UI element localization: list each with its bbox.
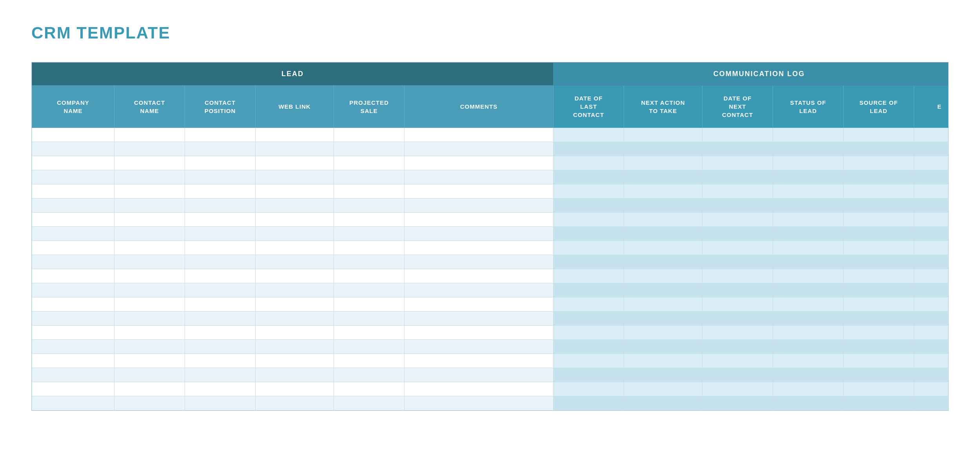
lead-cell[interactable] [405, 255, 554, 269]
comm-cell[interactable] [844, 340, 914, 354]
comm-cell[interactable] [624, 255, 702, 269]
comm-cell[interactable] [844, 241, 914, 255]
comm-cell[interactable] [624, 269, 702, 283]
lead-cell[interactable] [256, 269, 334, 283]
comm-cell[interactable] [702, 199, 773, 213]
comm-cell[interactable] [624, 396, 702, 410]
lead-cell[interactable] [32, 213, 114, 227]
comm-cell[interactable] [773, 326, 844, 340]
lead-cell[interactable] [32, 142, 114, 156]
lead-cell[interactable] [32, 227, 114, 241]
lead-cell[interactable] [185, 184, 256, 199]
comm-cell[interactable] [554, 297, 624, 312]
comm-cell[interactable] [624, 142, 702, 156]
lead-cell[interactable] [405, 227, 554, 241]
lead-cell[interactable] [185, 255, 256, 269]
lead-cell[interactable] [405, 340, 554, 354]
lead-cell[interactable] [185, 199, 256, 213]
lead-cell[interactable] [334, 368, 405, 382]
lead-cell[interactable] [334, 340, 405, 354]
comm-cell[interactable] [554, 312, 624, 326]
comm-cell[interactable] [773, 156, 844, 170]
comm-cell[interactable] [702, 184, 773, 199]
comm-cell[interactable] [624, 283, 702, 297]
lead-cell[interactable] [185, 142, 256, 156]
lead-cell[interactable] [114, 354, 185, 368]
comm-cell[interactable] [914, 297, 949, 312]
lead-cell[interactable] [114, 297, 185, 312]
lead-cell[interactable] [185, 312, 256, 326]
lead-cell[interactable] [405, 128, 554, 142]
lead-cell[interactable] [334, 312, 405, 326]
lead-cell[interactable] [32, 199, 114, 213]
comm-cell[interactable] [773, 199, 844, 213]
lead-cell[interactable] [256, 199, 334, 213]
lead-cell[interactable] [405, 170, 554, 184]
comm-cell[interactable] [914, 340, 949, 354]
lead-cell[interactable] [185, 170, 256, 184]
lead-cell[interactable] [32, 297, 114, 312]
comm-cell[interactable] [773, 241, 844, 255]
lead-cell[interactable] [185, 241, 256, 255]
lead-cell[interactable] [32, 354, 114, 368]
lead-cell[interactable] [185, 382, 256, 396]
lead-cell[interactable] [334, 199, 405, 213]
comm-cell[interactable] [702, 128, 773, 142]
lead-cell[interactable] [114, 184, 185, 199]
lead-cell[interactable] [32, 368, 114, 382]
lead-cell[interactable] [334, 213, 405, 227]
comm-cell[interactable] [554, 227, 624, 241]
lead-cell[interactable] [405, 396, 554, 410]
comm-cell[interactable] [844, 227, 914, 241]
lead-cell[interactable] [114, 382, 185, 396]
lead-cell[interactable] [256, 142, 334, 156]
comm-cell[interactable] [624, 184, 702, 199]
lead-cell[interactable] [256, 297, 334, 312]
comm-cell[interactable] [554, 170, 624, 184]
comm-cell[interactable] [702, 382, 773, 396]
comm-cell[interactable] [844, 354, 914, 368]
comm-cell[interactable] [844, 312, 914, 326]
comm-cell[interactable] [914, 312, 949, 326]
comm-cell[interactable] [554, 184, 624, 199]
lead-cell[interactable] [405, 354, 554, 368]
comm-cell[interactable] [554, 199, 624, 213]
lead-cell[interactable] [256, 382, 334, 396]
lead-cell[interactable] [334, 227, 405, 241]
comm-cell[interactable] [624, 297, 702, 312]
lead-cell[interactable] [32, 184, 114, 199]
lead-cell[interactable] [405, 213, 554, 227]
lead-cell[interactable] [256, 213, 334, 227]
comm-cell[interactable] [702, 255, 773, 269]
comm-cell[interactable] [773, 283, 844, 297]
comm-cell[interactable] [624, 354, 702, 368]
comm-cell[interactable] [914, 255, 949, 269]
comm-cell[interactable] [624, 326, 702, 340]
comm-cell[interactable] [554, 213, 624, 227]
lead-cell[interactable] [334, 156, 405, 170]
lead-cell[interactable] [114, 156, 185, 170]
lead-cell[interactable] [256, 283, 334, 297]
comm-cell[interactable] [702, 170, 773, 184]
comm-cell[interactable] [914, 396, 949, 410]
comm-cell[interactable] [554, 382, 624, 396]
comm-cell[interactable] [702, 283, 773, 297]
comm-cell[interactable] [914, 283, 949, 297]
comm-cell[interactable] [844, 382, 914, 396]
comm-cell[interactable] [844, 213, 914, 227]
comm-cell[interactable] [702, 213, 773, 227]
comm-cell[interactable] [844, 269, 914, 283]
lead-cell[interactable] [256, 368, 334, 382]
lead-cell[interactable] [32, 255, 114, 269]
lead-cell[interactable] [185, 156, 256, 170]
comm-cell[interactable] [554, 142, 624, 156]
lead-cell[interactable] [405, 184, 554, 199]
comm-cell[interactable] [844, 283, 914, 297]
comm-cell[interactable] [554, 340, 624, 354]
comm-cell[interactable] [844, 199, 914, 213]
comm-cell[interactable] [914, 269, 949, 283]
comm-cell[interactable] [702, 396, 773, 410]
lead-cell[interactable] [334, 241, 405, 255]
comm-cell[interactable] [773, 368, 844, 382]
lead-cell[interactable] [114, 340, 185, 354]
